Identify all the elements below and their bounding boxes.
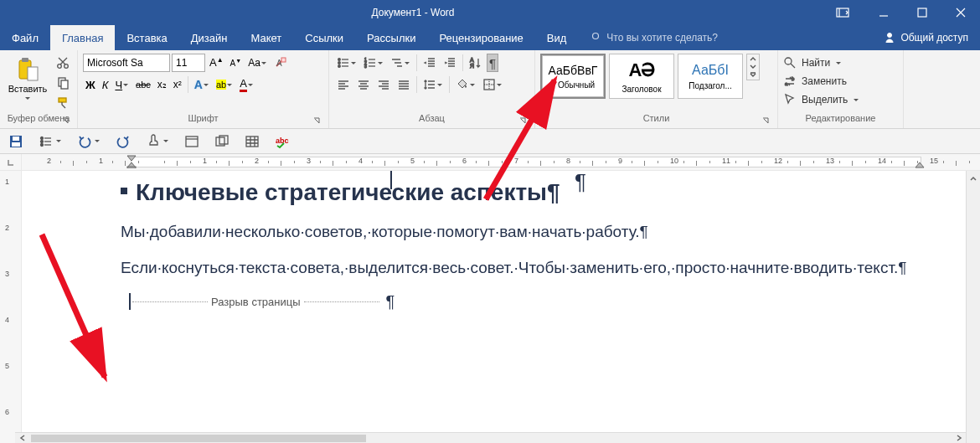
numbering-button[interactable]: 123 [361, 54, 386, 72]
svg-rect-27 [13, 137, 19, 141]
horizontal-ruler[interactable]: 21123456789101112131415 [22, 154, 980, 170]
v-ruler-tick: 4 [5, 316, 9, 324]
increase-indent-button[interactable] [441, 54, 459, 72]
tab-design[interactable]: Дизайн [179, 25, 240, 50]
v-ruler-tick: 2 [5, 224, 9, 232]
find-button[interactable]: Найти [783, 54, 842, 72]
styles-launcher[interactable] [761, 116, 771, 126]
grow-font-button[interactable]: A▲ [207, 54, 226, 72]
underline-button[interactable]: Ч [112, 75, 132, 94]
align-center-button[interactable] [354, 75, 373, 94]
style-normal[interactable]: АаБбВвГ ¶ Обычный [540, 54, 606, 99]
tab-layout[interactable]: Макет [239, 25, 293, 50]
qat-redo-button[interactable] [116, 134, 131, 149]
qat-touch-mode-button[interactable] [146, 134, 169, 149]
tab-home[interactable]: Главная [50, 25, 115, 50]
select-button[interactable]: Выделить [783, 90, 859, 109]
doc-paragraph-1: Мы·добавили·несколько·советов,·которые·п… [121, 219, 946, 244]
font-size-combo[interactable] [172, 54, 205, 72]
style-heading[interactable]: АƏ Заголовок [609, 54, 674, 99]
h-ruler-tick: 3 [307, 157, 311, 165]
italic-button[interactable]: К [100, 75, 111, 94]
change-case-button[interactable]: Aa [245, 54, 270, 72]
qat-save-button[interactable] [8, 134, 23, 149]
clipboard-launcher[interactable] [60, 116, 70, 126]
document-page[interactable]: ¶ Ключевые стратегические аспекты¶ Мы·до… [22, 171, 980, 443]
share-button[interactable]: Общий доступ [872, 25, 980, 50]
qat-window1-button[interactable] [184, 134, 199, 149]
font-launcher[interactable] [312, 116, 322, 126]
highlight-button[interactable]: ab [214, 75, 235, 94]
qat-table-button[interactable] [245, 134, 260, 149]
sort-button[interactable]: AЯ [467, 54, 485, 72]
styles-gallery-nav[interactable] [746, 54, 760, 80]
vertical-scrollbar[interactable] [966, 171, 980, 443]
scroll-left-button[interactable] [15, 433, 29, 444]
svg-rect-35 [246, 137, 258, 147]
font-name-combo[interactable] [83, 54, 170, 72]
close-button[interactable] [941, 0, 980, 25]
subscript-button[interactable]: x₂ [155, 75, 169, 94]
svg-rect-37 [127, 167, 136, 168]
superscript-button[interactable]: x² [171, 75, 184, 94]
quick-access-toolbar: abc [0, 129, 980, 154]
paste-button[interactable]: Вставить [5, 54, 50, 104]
show-hide-marks-button[interactable]: ¶ [487, 54, 498, 72]
multilevel-list-button[interactable] [388, 54, 413, 72]
v-ruler-tick: 1 [5, 178, 9, 186]
h-ruler-tick: 1 [99, 157, 103, 165]
minimize-button[interactable] [864, 0, 903, 25]
qat-window2-button[interactable] [214, 134, 230, 149]
tab-selector[interactable] [0, 154, 22, 170]
qat-spelling-button[interactable]: abc [275, 134, 290, 149]
horizontal-scrollbar[interactable] [15, 432, 966, 443]
strikethrough-button[interactable]: abc [133, 75, 153, 94]
group-styles: АаБбВвГ ¶ Обычный АƏ Заголовок АаБбІ Под… [535, 50, 778, 128]
first-line-indent-marker[interactable] [126, 155, 137, 170]
scroll-up-button[interactable] [967, 171, 980, 185]
maximize-button[interactable] [903, 0, 941, 25]
cut-button[interactable] [54, 54, 72, 72]
shrink-font-button[interactable]: A▼ [228, 54, 245, 72]
vertical-ruler[interactable]: 123456 [0, 171, 22, 443]
borders-button[interactable] [480, 75, 505, 94]
line-spacing-button[interactable] [420, 75, 446, 94]
style-heading-label: Заголовок [622, 85, 661, 94]
bullets-button[interactable] [334, 54, 359, 72]
justify-button[interactable] [395, 75, 413, 94]
paragraph-launcher[interactable] [518, 116, 528, 126]
qat-undo-button[interactable] [77, 134, 101, 149]
style-subheading[interactable]: АаБбІ Подзагол... [678, 54, 743, 99]
svg-rect-10 [61, 80, 68, 89]
shading-button[interactable] [453, 75, 478, 94]
h-ruler-tick: 11 [722, 157, 730, 165]
styles-up-button[interactable] [747, 54, 759, 63]
tab-mailings[interactable]: Рассылки [355, 25, 427, 50]
font-color-button[interactable]: A [237, 75, 256, 94]
format-painter-button[interactable] [54, 94, 72, 112]
tab-insert[interactable]: Вставка [115, 25, 178, 50]
replace-button[interactable]: ab Заменить [783, 72, 847, 90]
tab-file[interactable]: Файл [0, 25, 50, 50]
tell-me-search[interactable]: Что вы хотите сделать? [590, 25, 718, 50]
qat-bullets-button[interactable] [39, 134, 62, 149]
style-normal-label: ¶ Обычный [551, 80, 595, 90]
style-normal-sample: АаБбВвГ [549, 64, 598, 77]
styles-down-button[interactable] [747, 63, 759, 71]
tab-review[interactable]: Рецензирование [427, 25, 534, 50]
ribbon-display-options-button[interactable] [826, 8, 859, 18]
clear-formatting-button[interactable]: A [271, 54, 290, 72]
hscroll-thumb[interactable] [31, 435, 366, 442]
bold-button[interactable]: Ж [83, 75, 98, 94]
tab-view[interactable]: Вид [535, 25, 579, 50]
decrease-indent-button[interactable] [420, 54, 439, 72]
styles-more-button[interactable] [747, 71, 759, 80]
group-font: A▲ A▼ Aa A Ж К Ч abc x₂ x² A ab A Шрифт [78, 50, 329, 128]
align-right-button[interactable] [374, 75, 393, 94]
align-left-button[interactable] [334, 75, 353, 94]
text-effects-button[interactable]: A [192, 75, 212, 94]
copy-button[interactable] [54, 74, 72, 92]
tab-references[interactable]: Ссылки [293, 25, 355, 50]
scroll-right-button[interactable] [952, 433, 966, 444]
svg-rect-6 [28, 67, 38, 80]
